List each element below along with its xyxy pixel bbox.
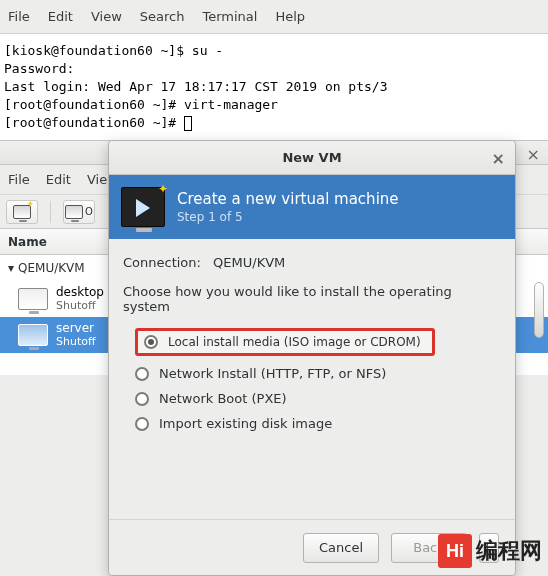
new-vm-dialog: New VM × ✦ Create a new virtual machine … <box>108 140 516 576</box>
vm-name: server <box>56 321 96 335</box>
radio-import-disk[interactable] <box>135 417 149 431</box>
open-console-label: O <box>85 206 93 217</box>
terminal-menu-help[interactable]: Help <box>275 9 305 24</box>
option-import-disk[interactable]: Import existing disk image <box>135 416 501 431</box>
terminal-menu-file[interactable]: File <box>8 9 30 24</box>
option-network-boot[interactable]: Network Boot (PXE) <box>135 391 501 406</box>
forward-button[interactable]: F <box>479 533 499 563</box>
create-vm-icon: ✦ <box>121 187 165 227</box>
forward-label: F <box>485 540 492 555</box>
vm-status: Shutoff <box>56 335 96 349</box>
dialog-banner: ✦ Create a new virtual machine Step 1 of… <box>109 175 515 239</box>
close-icon[interactable]: × <box>527 145 540 164</box>
separator <box>50 201 51 223</box>
terminal-line: [root@foundation60 ~]# <box>4 114 544 132</box>
cancel-label: Cancel <box>319 540 363 555</box>
new-vm-button[interactable] <box>6 200 38 224</box>
connection-label: Connection: <box>123 255 201 270</box>
scrollbar[interactable] <box>534 282 546 352</box>
terminal-menubar: File Edit View Search Terminal Help <box>0 0 548 34</box>
back-button: Back <box>391 533 467 563</box>
vm-status: Shutoff <box>56 299 104 313</box>
close-icon[interactable]: × <box>492 149 505 168</box>
option-network-install[interactable]: Network Install (HTTP, FTP, or NFS) <box>135 366 501 381</box>
vmm-menu-file[interactable]: File <box>8 172 30 187</box>
radio-network-boot[interactable] <box>135 392 149 406</box>
monitor-icon <box>65 205 83 219</box>
option-label: Network Install (HTTP, FTP, or NFS) <box>159 366 386 381</box>
terminal-menu-terminal[interactable]: Terminal <box>202 9 257 24</box>
banner-title: Create a new virtual machine <box>177 190 399 208</box>
scroll-thumb[interactable] <box>534 282 544 338</box>
vm-name: desktop <box>56 285 104 299</box>
group-label: QEMU/KVM <box>18 261 85 275</box>
terminal-menu-search[interactable]: Search <box>140 9 185 24</box>
monitor-new-icon <box>13 205 31 219</box>
connection-row: Connection: QEMU/KVM <box>123 255 501 270</box>
terminal-line: [root@foundation60 ~]# virt-manager <box>4 96 544 114</box>
radio-network-install[interactable] <box>135 367 149 381</box>
option-label: Import existing disk image <box>159 416 332 431</box>
vmm-menu-edit[interactable]: Edit <box>46 172 71 187</box>
option-label: Local install media (ISO image or CDROM) <box>168 335 421 349</box>
terminal-cursor <box>184 116 192 131</box>
dialog-titlebar[interactable]: New VM × <box>109 141 515 175</box>
install-options: Local install media (ISO image or CDROM)… <box>135 328 501 431</box>
back-label: Back <box>413 540 445 555</box>
open-console-button[interactable]: O <box>63 200 95 224</box>
terminal-line: Password: <box>4 60 544 78</box>
terminal-menu-edit[interactable]: Edit <box>48 9 73 24</box>
radio-local-media[interactable] <box>144 335 158 349</box>
banner-step: Step 1 of 5 <box>177 210 399 224</box>
vmm-menu-view[interactable]: Vie <box>87 172 107 187</box>
dialog-footer: Cancel Back F <box>109 519 515 575</box>
terminal-line: [kiosk@foundation60 ~]$ su - <box>4 42 544 60</box>
install-method-label: Choose how you would like to install the… <box>123 284 501 314</box>
terminal-menu-view[interactable]: View <box>91 9 122 24</box>
connection-value: QEMU/KVM <box>213 255 285 270</box>
option-label: Network Boot (PXE) <box>159 391 287 406</box>
vm-icon <box>18 288 48 310</box>
cancel-button[interactable]: Cancel <box>303 533 379 563</box>
terminal-output[interactable]: [kiosk@foundation60 ~]$ su - Password: L… <box>0 34 548 140</box>
column-name: Name <box>8 235 47 249</box>
chevron-down-icon: ▾ <box>8 261 14 275</box>
dialog-title: New VM <box>282 150 341 165</box>
option-local-media[interactable]: Local install media (ISO image or CDROM) <box>135 328 435 356</box>
terminal-line: Last login: Wed Apr 17 18:17:17 CST 2019… <box>4 78 544 96</box>
vm-icon <box>18 324 48 346</box>
dialog-body: Connection: QEMU/KVM Choose how you woul… <box>109 239 515 519</box>
